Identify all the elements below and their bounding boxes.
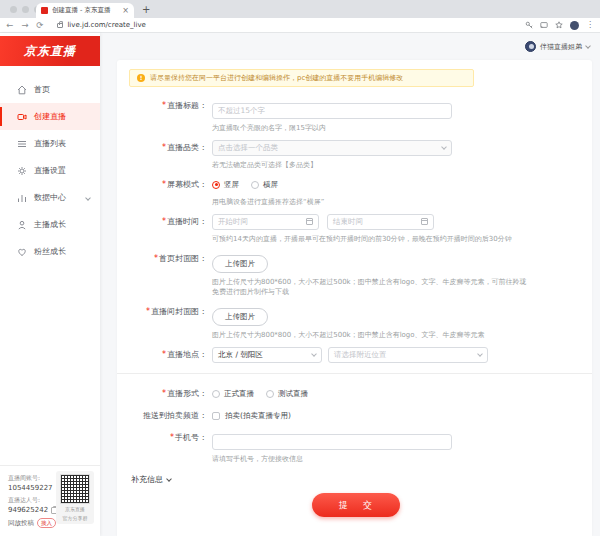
region-value: 北京 / 朝阳区: [218, 350, 312, 360]
radio-portrait[interactable]: 竖屏: [212, 180, 239, 190]
required-mark: *: [170, 433, 174, 442]
browser-profile-avatar[interactable]: [570, 21, 579, 30]
field-auction: 推送到拍卖频道： 拍卖(拍卖直播专用): [129, 409, 582, 423]
chevron-down-icon: [85, 195, 91, 201]
new-tab-button[interactable]: +: [142, 4, 150, 16]
gear-icon: [17, 166, 27, 176]
close-tab-icon[interactable]: ×: [122, 7, 129, 15]
reload-icon[interactable]: ⟳: [36, 21, 43, 30]
radio-selected-icon: [212, 181, 220, 189]
notice-bar: ! 请尽量保持您在同一平台进行创建和编辑操作，pc创建的直播不要用手机编辑修改: [129, 69, 474, 87]
required-mark: *: [162, 143, 166, 152]
chevron-down-icon: [585, 43, 591, 49]
sidebar-item-label: 粉丝成长: [34, 246, 66, 257]
required-mark: *: [162, 180, 166, 189]
radio-official-live[interactable]: 正式直播: [212, 389, 254, 399]
room-cover-label: 直播间封面图：: [151, 307, 207, 316]
room-cover-helper: 图片上传尺寸为800*800，大小不超过500k；图中禁止含有logo、文字、牛…: [212, 330, 485, 340]
entry-badge[interactable]: 接入: [37, 518, 56, 528]
nearby-placeholder: 请选择附近位置: [334, 350, 478, 360]
required-mark: *: [154, 254, 158, 263]
required-mark: *: [162, 101, 166, 110]
field-screen-mode: *屏幕模式： 竖屏 横屏 用电脑设备进行直播推荐选择“横屏”: [129, 177, 582, 207]
forward-icon[interactable]: →: [21, 21, 28, 30]
field-phone: *手机号： 请填写手机号，方便接收信息: [129, 430, 582, 465]
chevron-down-icon: [441, 144, 447, 150]
radio-label: 正式直播: [224, 389, 254, 399]
avatar: [525, 41, 536, 52]
required-mark: *: [146, 307, 150, 316]
sidebar-item-data-center[interactable]: 数据中心: [0, 184, 100, 211]
field-home-cover: *首页封面图： 上传图片 图片上传尺寸为800*600，大小不超过500k；图中…: [129, 251, 582, 297]
radio-icon: [251, 181, 259, 189]
home-cover-upload-button[interactable]: 上传图片: [212, 255, 268, 273]
screen-mode-helper: 用电脑设备进行直播推荐选择“横屏”: [212, 197, 324, 207]
title-input[interactable]: [212, 103, 452, 119]
region-select[interactable]: 北京 / 朝阳区: [212, 347, 322, 363]
list-icon: [17, 139, 27, 149]
qr-caption-1: 京东直播: [59, 506, 91, 513]
qr-panel: 京东直播 官方分享群: [56, 471, 94, 524]
sidebar-item-live-settings[interactable]: 直播设置: [0, 157, 100, 184]
url-bar-row: ← → ⟳ live.jd.com/create_live ⋮: [0, 18, 600, 33]
extra-info-toggle[interactable]: 补充信息: [131, 474, 582, 485]
sidebar-item-label: 直播设置: [34, 165, 66, 176]
phone-helper: 请填写手机号，方便接收信息: [212, 454, 452, 464]
end-time-picker[interactable]: 结束时间: [327, 214, 434, 230]
account-menu[interactable]: 伴猫直播姐弟: [525, 41, 590, 52]
sidebar-item-label: 首页: [34, 84, 50, 95]
required-mark: *: [162, 350, 166, 359]
title-helper: 为直播取个亮眼的名字，限15字以内: [212, 123, 452, 133]
auction-option-label: 拍卖(拍卖直播专用): [225, 411, 291, 421]
entry-label[interactable]: 回放投稿: [8, 519, 34, 528]
back-icon[interactable]: ←: [6, 21, 13, 30]
notice-text: 请尽量保持您在同一平台进行创建和编辑操作，pc创建的直播不要用手机编辑修改: [150, 73, 403, 83]
radio-label: 测试直播: [278, 389, 308, 399]
start-time-placeholder: 开始时间: [218, 217, 306, 227]
end-time-placeholder: 结束时间: [333, 217, 421, 227]
radio-test-live[interactable]: 测试直播: [266, 389, 308, 399]
submit-button[interactable]: 提 交: [312, 493, 400, 517]
extra-info-label: 补充信息: [131, 474, 163, 485]
sidebar-item-fan-growth[interactable]: 粉丝成长: [0, 238, 100, 265]
live-type-label: 直播形式：: [167, 389, 207, 398]
extension-key-icon[interactable]: [525, 21, 533, 29]
home-icon: [17, 85, 27, 95]
bookmark-star-icon[interactable]: [555, 21, 563, 29]
username: 伴猫直播姐弟: [540, 42, 582, 52]
room-cover-upload-button[interactable]: 上传图片: [212, 308, 268, 326]
kebab-menu-icon[interactable]: ⋮: [586, 21, 594, 29]
cast-icon[interactable]: [540, 21, 548, 29]
tab-title: 创建直播 - 京东直播: [52, 6, 118, 15]
phone-input[interactable]: [212, 434, 452, 450]
chevron-down-icon: [166, 476, 172, 482]
account1-value: 1054459227: [8, 484, 53, 492]
sidebar-item-home[interactable]: 首页: [0, 76, 100, 103]
sidebar: 京东直播 首页 创建直播 直播列表 直播设置 数据中心 主播成长 粉: [0, 33, 100, 536]
radio-icon: [212, 390, 220, 398]
radio-label: 横屏: [263, 180, 278, 190]
browser-tab[interactable]: 创建直播 - 京东直播 ×: [36, 3, 134, 18]
url-text[interactable]: live.jd.com/create_live: [67, 21, 525, 29]
sidebar-item-create-live[interactable]: 创建直播: [0, 103, 100, 130]
time-label: 直播时间：: [167, 217, 207, 226]
start-time-picker[interactable]: 开始时间: [212, 214, 319, 230]
title-label: 直播标题：: [167, 101, 207, 110]
screen-mode-label: 屏幕模式：: [167, 180, 207, 189]
auction-checkbox-row[interactable]: 拍卖(拍卖直播专用): [212, 409, 291, 423]
calendar-icon: [421, 218, 428, 225]
field-category: *直播品类： 点击选择一个品类 若无法确定品类可选择【多品类】: [129, 140, 582, 170]
sidebar-item-anchor-growth[interactable]: 主播成长: [0, 211, 100, 238]
sidebar-item-live-list[interactable]: 直播列表: [0, 130, 100, 157]
sidebar-footer: 直播间账号: 1054459227 直播达人号: 949625242 回放投稿 …: [0, 465, 100, 536]
phone-label: 手机号：: [175, 433, 207, 442]
category-label: 直播品类：: [167, 143, 207, 152]
checkbox-icon[interactable]: [212, 412, 220, 420]
field-location: *直播地点： 北京 / 朝阳区 请选择附近位置: [129, 347, 582, 363]
lock-icon: [57, 23, 63, 28]
field-live-type: *直播形式： 正式直播 测试直播: [129, 386, 582, 402]
nearby-select[interactable]: 请选择附近位置: [328, 347, 488, 363]
radio-landscape[interactable]: 横屏: [251, 180, 278, 190]
location-label: 直播地点：: [167, 350, 207, 359]
category-select[interactable]: 点击选择一个品类: [212, 140, 452, 156]
